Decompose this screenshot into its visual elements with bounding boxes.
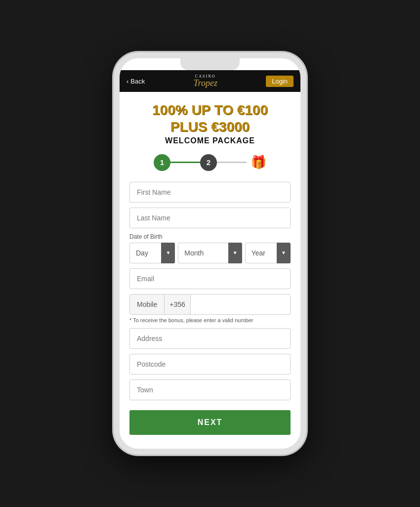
day-wrapper: Day ▼ [129, 243, 175, 263]
main-content: 100% UP TO €100 PLUS €3000 WELCOME PACKA… [120, 92, 300, 448]
town-input[interactable] [129, 380, 291, 400]
back-button[interactable]: ‹ Back [126, 78, 145, 85]
progress-bar: 1 2 🎁 [129, 154, 291, 171]
gift-icon: 🎁 [251, 155, 266, 170]
next-button[interactable]: NEXT [129, 410, 291, 435]
town-group [129, 380, 291, 400]
mobile-group: Mobile +356 * To receive the bonus, plea… [129, 294, 291, 323]
back-label[interactable]: Back [130, 78, 145, 85]
step-line-2 [217, 162, 247, 163]
year-wrapper: Year ▼ [245, 243, 291, 263]
postcode-input[interactable] [129, 354, 291, 375]
dob-row: Day ▼ Month ▼ Year ▼ [129, 243, 291, 263]
dob-group: Date of Birth Day ▼ Month ▼ Year [129, 233, 291, 263]
brand-logo: CASINO Tropez [194, 75, 217, 87]
promo-line3: WELCOME PACKAGE [129, 136, 291, 145]
promo-line1: 100% UP TO €100 [129, 102, 291, 119]
year-select[interactable]: Year [245, 243, 291, 263]
day-select[interactable]: Day [129, 243, 175, 263]
phone-shell: ‹ Back CASINO Tropez Login 100% UP TO €1… [114, 52, 306, 454]
first-name-group [129, 182, 291, 203]
address-input[interactable] [129, 328, 291, 349]
step-2-label: 2 [207, 158, 210, 167]
first-name-input[interactable] [129, 182, 291, 203]
promo-header: 100% UP TO €100 PLUS €3000 WELCOME PACKA… [129, 102, 291, 145]
brand-name: Tropez [194, 79, 217, 87]
month-wrapper: Month ▼ [178, 243, 242, 263]
mobile-input[interactable] [191, 295, 290, 314]
phone-notch [180, 58, 240, 70]
step-2-circle: 2 [200, 154, 217, 171]
last-name-group [129, 208, 291, 228]
email-group [129, 268, 291, 289]
mobile-row: Mobile +356 [129, 294, 291, 315]
bonus-note: * To receive the bonus, please enter a v… [129, 317, 291, 323]
promo-line2: PLUS €3000 [129, 119, 291, 135]
postcode-group [129, 354, 291, 375]
month-select[interactable]: Month [178, 243, 242, 263]
mobile-code: +356 [165, 295, 191, 314]
top-bar: ‹ Back CASINO Tropez Login [120, 70, 300, 92]
back-chevron-icon: ‹ [126, 78, 128, 85]
step-1-label: 1 [160, 158, 164, 167]
login-button[interactable]: Login [266, 76, 294, 87]
mobile-label: Mobile [130, 295, 165, 314]
last-name-input[interactable] [129, 208, 291, 228]
email-input[interactable] [129, 268, 291, 289]
step-line-1 [170, 162, 200, 163]
dob-label: Date of Birth [129, 233, 291, 240]
address-group [129, 328, 291, 349]
step-1-circle: 1 [154, 154, 170, 171]
